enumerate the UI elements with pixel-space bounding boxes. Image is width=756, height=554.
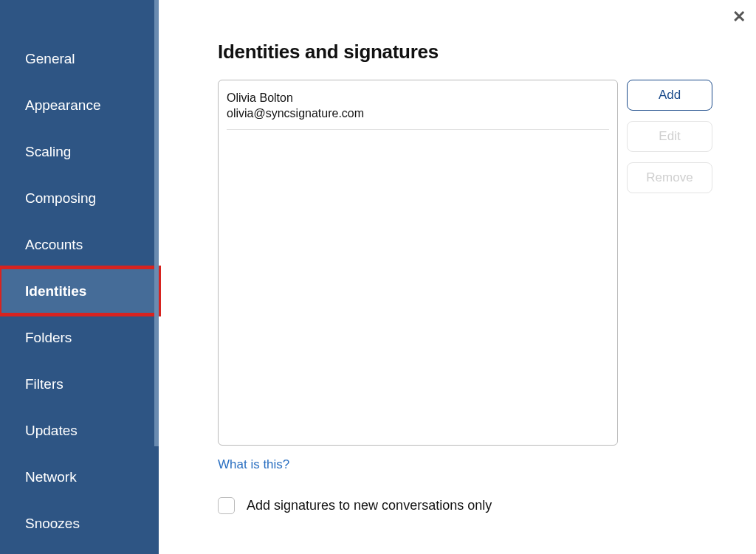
sidebar-item-label: General: [25, 51, 75, 67]
sidebar-item-accounts[interactable]: Accounts: [0, 221, 159, 268]
sidebar-item-identities[interactable]: Identities: [0, 268, 159, 314]
sidebar-item-label: Scaling: [25, 144, 71, 160]
sidebar-item-updates[interactable]: Updates: [0, 407, 159, 454]
identity-list-item[interactable]: Olivia Bolton olivia@syncsignature.com: [227, 88, 609, 130]
sidebar-item-scaling[interactable]: Scaling: [0, 128, 159, 175]
remove-button: Remove: [627, 162, 712, 193]
add-button[interactable]: Add: [627, 80, 712, 111]
settings-sidebar: General Appearance Scaling Composing Acc…: [0, 0, 159, 554]
sidebar-item-general[interactable]: General: [0, 35, 159, 82]
identity-email: olivia@syncsignature.com: [227, 106, 609, 122]
settings-content: ✕ Identities and signatures Olivia Bolto…: [159, 0, 756, 554]
sidebar-item-folders[interactable]: Folders: [0, 314, 159, 361]
sidebar-item-network[interactable]: Network: [0, 454, 159, 500]
sidebar-item-label: Composing: [25, 190, 96, 207]
edit-button: Edit: [627, 121, 712, 152]
checkbox-label: Add signatures to new conversations only: [247, 498, 492, 513]
sidebar-item-appearance[interactable]: Appearance: [0, 82, 159, 128]
sidebar-item-label: Network: [25, 469, 77, 485]
sidebar-item-snoozes[interactable]: Snoozes: [0, 500, 159, 547]
sidebar-item-filters[interactable]: Filters: [0, 361, 159, 407]
signatures-new-only-checkbox[interactable]: [218, 497, 235, 514]
page-title: Identities and signatures: [218, 41, 726, 63]
sidebar-item-label: Snoozes: [25, 516, 80, 532]
sidebar-item-label: Filters: [25, 376, 63, 392]
identity-list[interactable]: Olivia Bolton olivia@syncsignature.com: [218, 80, 618, 446]
identity-name: Olivia Bolton: [227, 91, 609, 106]
sidebar-item-label: Updates: [25, 423, 78, 439]
close-icon[interactable]: ✕: [732, 9, 746, 25]
sidebar-item-label: Identities: [25, 283, 86, 299]
sidebar-item-label: Appearance: [25, 97, 100, 114]
help-link[interactable]: What is this?: [218, 457, 289, 472]
sidebar-item-label: Accounts: [25, 237, 83, 253]
sidebar-item-composing[interactable]: Composing: [0, 175, 159, 221]
sidebar-item-label: Folders: [25, 330, 72, 346]
identity-buttons: Add Edit Remove: [627, 80, 712, 446]
